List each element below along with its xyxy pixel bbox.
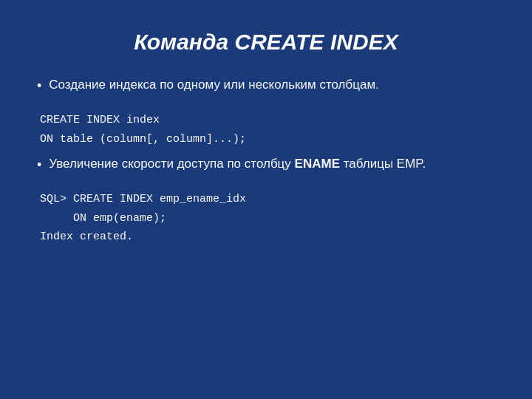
code-line-1-1: CREATE INDEX index (40, 111, 495, 130)
code-line-2-3: Index created. (40, 228, 495, 247)
bullet-text-2: Увеличение скорости доступа по столбцу E… (49, 154, 426, 174)
slide-title: Команда CREATE INDEX (37, 30, 495, 55)
bullet-text-1: Создание индекса по одному или нескольки… (49, 75, 379, 95)
bullet-dot-1: • (37, 76, 41, 96)
bullet-dot-2: • (37, 155, 41, 175)
slide-container: Команда CREATE INDEX • Создание индекса … (0, 0, 532, 399)
code-line-2-1: SQL> CREATE INDEX emp_ename_idx (40, 190, 495, 209)
code-block-2: SQL> CREATE INDEX emp_ename_idx ON emp(e… (40, 190, 495, 247)
bullet-item-1: • Создание индекса по одному или несколь… (37, 75, 495, 96)
code-line-2-2: ON emp(ename); (40, 209, 495, 228)
bullet-item-2: • Увеличение скорости доступа по столбцу… (37, 154, 495, 175)
code-line-1-2: ON table (column[, column]...); (40, 130, 495, 149)
code-block-1: CREATE INDEX index ON table (column[, co… (40, 111, 495, 149)
